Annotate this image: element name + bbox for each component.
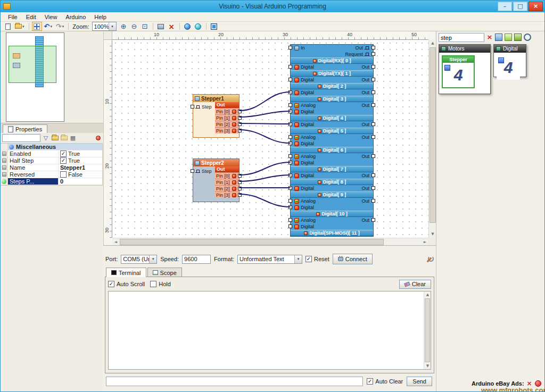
stepper-out-pin[interactable]: Pin [0]	[215, 172, 239, 179]
checkbox-box[interactable]: ✓	[108, 281, 114, 287]
reset-checkbox[interactable]: ✓ Reset	[305, 256, 329, 262]
property-value[interactable]: False	[59, 171, 102, 178]
scroll-down-icon[interactable]: ▼	[424, 363, 431, 369]
pin-connector[interactable]	[191, 169, 194, 173]
stepper-out-pin[interactable]: Pin [2]	[215, 121, 239, 127]
property-value[interactable]: ✓True	[59, 157, 102, 164]
pin-connector[interactable]	[288, 186, 292, 190]
pin-connector[interactable]	[288, 90, 292, 94]
component-stepper2[interactable]: Stepper2StepOutPin [0]Pin [1]Pin [2]Pin …	[193, 159, 240, 202]
wire-stepper1-pin3[interactable]	[240, 130, 290, 143]
property-value[interactable]: Stepper1	[59, 164, 102, 171]
alphabetical-view-icon[interactable]	[60, 135, 68, 141]
pin-connector[interactable]	[371, 65, 375, 69]
wire-stepper2-pin0[interactable]	[240, 162, 290, 175]
redo-button[interactable]: ↷▾	[54, 22, 65, 31]
wire-stepper1-pin2[interactable]	[240, 123, 290, 124]
wire-stepper1-pin0[interactable]	[240, 92, 290, 111]
delete-button[interactable]: ×	[167, 22, 177, 31]
packages-button[interactable]	[156, 22, 166, 31]
stepper-out-pin[interactable]: Pin [1]	[215, 114, 239, 121]
pin-connector[interactable]	[191, 105, 194, 109]
checkbox[interactable]: ✓	[60, 157, 67, 164]
tab-terminal[interactable]: Terminal	[106, 268, 146, 277]
stepper-out-pin[interactable]: Pin [1]	[215, 179, 239, 185]
pin-connector[interactable]	[288, 135, 292, 139]
menu-help[interactable]: Help	[90, 13, 111, 21]
open-project-button[interactable]: ▾	[13, 22, 26, 31]
vertical-scroll-thumb[interactable]	[430, 47, 436, 223]
pin-connector[interactable]	[371, 186, 375, 190]
scroll-up-icon[interactable]: ▲	[429, 40, 436, 47]
pin-connector[interactable]	[371, 154, 375, 158]
palette-item[interactable]: 4	[497, 55, 520, 80]
scroll-right-icon[interactable]: ►	[422, 238, 428, 246]
send-message-input[interactable]	[106, 377, 363, 386]
filter-funnel-icon[interactable]: ▽	[42, 135, 49, 141]
pin-connector[interactable]	[288, 122, 292, 126]
pin-connector[interactable]	[288, 103, 292, 107]
pin-connector[interactable]	[288, 141, 292, 145]
community-button[interactable]	[193, 22, 203, 31]
stepper-out-pin[interactable]: Pin [2]	[215, 185, 239, 191]
visuino-web-button[interactable]	[183, 22, 193, 31]
select-board-button[interactable]	[209, 22, 219, 31]
pin-connector[interactable]	[238, 122, 242, 126]
scroll-up-icon[interactable]: ▲	[424, 291, 431, 298]
tab-properties[interactable]: Properties	[3, 124, 47, 133]
pin-connector[interactable]	[371, 103, 375, 107]
pin-connector[interactable]	[371, 135, 375, 139]
pin-connector[interactable]	[238, 110, 242, 113]
pin-connector[interactable]	[371, 90, 375, 94]
pin-connector[interactable]	[288, 218, 292, 222]
zoom-out-button[interactable]: ⊖	[129, 22, 139, 31]
arduino-board-component[interactable]: InOutRequestDigital(RX)[ 0 ]DigitalOutDi…	[290, 44, 374, 237]
terminal-scroll-thumb[interactable]	[425, 298, 430, 362]
property-row[interactable]: Steps P...0	[1, 178, 102, 185]
connect-button[interactable]: Connect	[333, 254, 373, 264]
wire-stepper1-pin1[interactable]	[240, 111, 290, 117]
stepper-out-pin[interactable]: Pin [3]	[215, 127, 239, 134]
close-button[interactable]: ×	[529, 2, 543, 11]
expand-categories-icon[interactable]	[505, 34, 512, 41]
pin-connector[interactable]	[371, 122, 375, 126]
pin-connector[interactable]	[371, 218, 375, 222]
menu-view[interactable]: View	[40, 13, 62, 21]
wire-mode-button[interactable]	[32, 22, 42, 31]
pin-connector[interactable]	[288, 173, 292, 177]
design-overview-navigator[interactable]	[6, 32, 64, 122]
categorized-view-icon[interactable]	[51, 135, 59, 141]
tab-scope[interactable]: Scope	[147, 268, 182, 277]
pin-connector[interactable]	[288, 78, 292, 81]
step-input-pin[interactable]: Step	[193, 104, 212, 110]
terminal-output[interactable]: ▲ ▼	[108, 291, 431, 370]
port-select[interactable]: COM5 (Unav ▾	[121, 255, 157, 264]
console-settings-wrench-icon[interactable]	[426, 255, 434, 263]
zoom-select[interactable]: 100%▾	[92, 22, 117, 31]
component-search-input[interactable]	[439, 33, 484, 42]
property-value[interactable]: 0	[59, 178, 102, 185]
stepper-out-pin[interactable]: Pin [0]	[215, 108, 239, 114]
maximize-button[interactable]: □	[513, 2, 527, 11]
collapse-categories-icon[interactable]	[514, 34, 522, 41]
canvas-horizontal-scrollbar[interactable]: ◄ ►	[112, 238, 428, 245]
send-button[interactable]: Send	[407, 377, 432, 386]
checkbox-box[interactable]	[150, 281, 156, 287]
component-stepper1[interactable]: Stepper1StepOutPin [0]Pin [1]Pin [2]Pin …	[193, 94, 240, 138]
terminal-scrollbar[interactable]: ▲ ▼	[424, 291, 431, 369]
pin-connector[interactable]	[288, 65, 292, 69]
clear-button[interactable]: Clear	[399, 280, 431, 289]
undo-button[interactable]: ↶▾	[43, 22, 54, 31]
pin-connector[interactable]	[371, 46, 375, 49]
pin-connector[interactable]	[371, 199, 375, 203]
palette-item-stepper[interactable]: Stepper4	[442, 55, 475, 88]
pin-connector[interactable]	[371, 173, 375, 177]
new-project-button[interactable]	[3, 22, 13, 31]
grid-view-icon[interactable]: ▦	[69, 135, 77, 141]
pin-connector[interactable]	[288, 110, 292, 113]
zoom-reset-button[interactable]: ⊡	[140, 22, 150, 31]
pin-connector[interactable]	[288, 199, 292, 203]
scroll-left-icon[interactable]: ◄	[112, 238, 119, 246]
pin-connector[interactable]	[288, 46, 292, 49]
menu-arduino[interactable]: Arduino	[61, 13, 90, 21]
